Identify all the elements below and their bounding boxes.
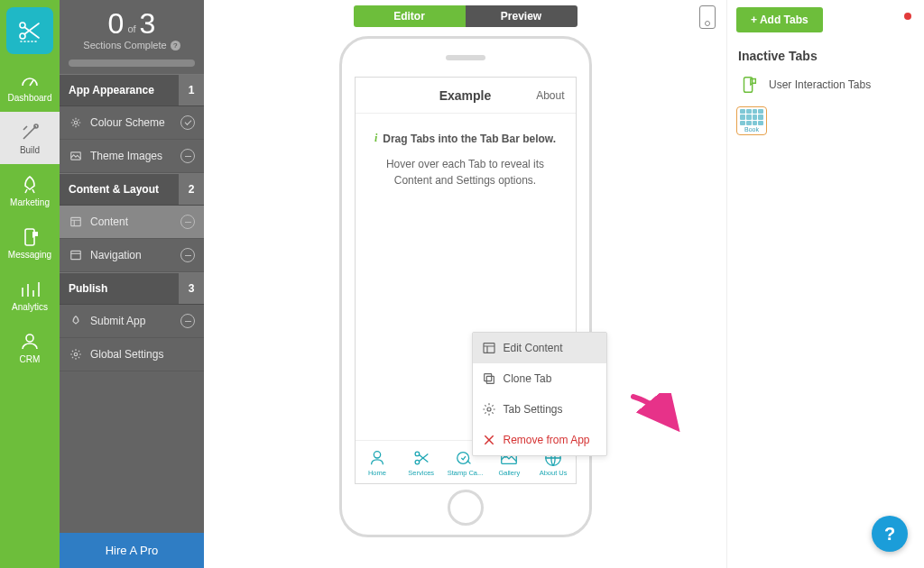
rail-item-messaging[interactable]: Messaging [0,216,60,269]
tab-label: Home [368,469,386,477]
add-tabs-button[interactable]: + Add Tabs [736,7,823,32]
sidebar-item-global-settings[interactable]: Global Settings [60,338,204,371]
tab-context-menu: Edit Content Clone Tab Tab Settings Remo… [472,332,607,456]
section-title: Content & Layout [60,174,168,205]
tab-preview[interactable]: Preview [466,5,578,27]
layout-icon [69,215,83,229]
ctx-clone-tab[interactable]: Clone Tab [473,363,606,394]
hire-a-pro-button[interactable]: Hire A Pro [60,533,204,568]
ctx-label: Edit Content [504,342,563,354]
sidebar-item-navigation[interactable]: Navigation [60,239,204,272]
phone-preview: Example About i Drag Tabs into the Tab B… [339,36,592,537]
section-header-appearance[interactable]: App Appearance 1 [60,74,204,106]
services-icon [411,448,431,468]
rail-item-analytics[interactable]: Analytics [0,269,60,321]
tab-label: About Us [540,469,568,477]
nav-icon [69,248,83,262]
rail-item-crm[interactable]: CRM [0,321,60,373]
app-logo [6,7,53,54]
gauge-icon [19,69,41,91]
rail-item-dashboard[interactable]: Dashboard [0,60,60,112]
section-title: Publish [60,273,116,304]
rocket-icon [19,174,41,196]
ctx-remove[interactable]: Remove from App [473,425,606,455]
hint-text-2: Hover over each Tab to reveal its Conten… [374,156,558,188]
step-badge: 2 [179,174,204,205]
info-icon: i [374,132,377,145]
sidebar-item-label: Navigation [90,249,142,261]
ctx-edit-content[interactable]: Edit Content [473,333,606,363]
upload-icon [69,314,83,328]
tab-services[interactable]: Services [402,448,441,477]
rail-item-label: Marketing [10,197,50,207]
svg-rect-7 [71,217,81,225]
about-link[interactable]: About [536,89,575,102]
tab-editor[interactable]: Editor [354,5,466,27]
sidebar-item-colour-scheme[interactable]: Colour Scheme [60,106,204,140]
hint-text-1: Drag Tabs into the Tab Bar below. [383,133,556,145]
section-header-content[interactable]: Content & Layout 2 [60,173,204,206]
inactive-tab-group[interactable]: User Interaction Tabs [736,72,915,97]
sidebar-item-content[interactable]: Content [60,206,204,239]
progress-box: 0 of 3 Sections Complete ? [60,0,204,74]
ctx-tab-settings[interactable]: Tab Settings [473,394,606,425]
phone-speaker-icon [446,55,485,60]
sidebar: 0 of 3 Sections Complete ? App Appearanc… [60,0,204,568]
phone-home-button-icon [448,490,484,526]
gear-icon [482,402,496,417]
help-fab[interactable]: ? [872,516,908,552]
inactive-tab-label: User Interaction Tabs [769,78,871,91]
rail-item-marketing[interactable]: Marketing [0,164,60,216]
notification-dot-icon [904,13,911,20]
check-icon [180,115,195,130]
nav-rail: Dashboard Build Marketing Messaging Anal… [0,0,60,568]
inactive-tab-book[interactable]: Book [736,106,767,135]
svg-point-4 [26,334,33,342]
svg-point-9 [74,353,78,356]
collapse-icon [180,215,195,229]
rail-item-label: CRM [20,354,41,364]
progress-of: of [127,23,135,38]
device-toggle[interactable] [699,5,716,29]
gear-icon [69,347,83,362]
right-panel: + Add Tabs Inactive Tabs User Interactio… [727,0,924,568]
tab-label: Stamp Ca... [448,469,484,477]
sidebar-item-label: Submit App [90,315,145,327]
view-tabs: Editor Preview [354,5,578,27]
section-title: App Appearance [60,75,163,105]
inactive-heading: Inactive Tabs [738,49,915,63]
person-icon [19,331,41,353]
collapse-icon [180,314,195,328]
collapse-icon [180,149,195,163]
layout-icon [482,341,496,355]
tab-group-icon [738,74,760,96]
palette-icon [69,115,83,130]
rail-item-build[interactable]: Build [0,112,60,164]
progress-total: 3 [140,9,156,38]
app-header: Example About [356,78,576,114]
thumb-label: Book [744,126,759,133]
svg-rect-19 [486,376,494,383]
image-icon [69,149,83,163]
help-icon[interactable]: ? [171,41,180,50]
section-header-publish[interactable]: Publish 3 [60,272,204,305]
ctx-label: Tab Settings [504,403,563,416]
sidebar-item-submit-app[interactable]: Submit App [60,305,204,338]
svg-rect-8 [71,251,81,259]
rail-item-label: Build [20,145,40,155]
svg-point-10 [374,451,380,457]
svg-point-5 [74,121,78,124]
scissors-comb-icon [15,16,44,45]
progress-done: 0 [108,9,125,38]
svg-point-13 [457,452,469,463]
annotation-arrow-icon [630,393,682,436]
sidebar-item-label: Theme Images [90,150,162,162]
tools-icon [19,122,41,143]
sidebar-item-theme-images[interactable]: Theme Images [60,140,204,173]
progress-subtitle: Sections Complete [83,40,166,50]
x-icon [482,433,496,447]
svg-rect-17 [484,344,494,353]
question-icon: ? [884,524,895,545]
tab-home[interactable]: Home [357,448,397,477]
progress-bar [69,60,195,67]
